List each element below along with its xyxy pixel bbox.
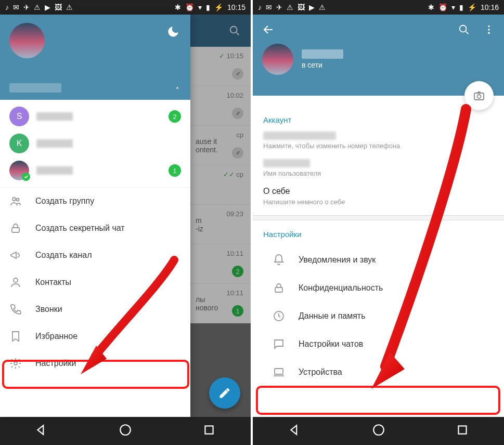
compose-fab[interactable]: [209, 377, 240, 409]
home-button[interactable]: [119, 423, 132, 439]
account-row[interactable]: S 2: [0, 103, 190, 130]
drawer-menu: Создать группу Создать секретный чат Соз…: [0, 188, 190, 417]
svg-point-8: [460, 25, 467, 32]
user-avatar[interactable]: [9, 23, 45, 58]
more-icon[interactable]: [483, 24, 495, 37]
svg-point-2: [17, 199, 19, 201]
change-photo-fab[interactable]: [464, 81, 494, 110]
svg-rect-18: [458, 426, 466, 434]
account-avatar: S: [9, 107, 29, 126]
menu-settings[interactable]: Настройки: [0, 350, 190, 377]
chat-icon: [273, 338, 285, 350]
menu-secret-chat[interactable]: Создать секретный чат: [0, 215, 190, 242]
svg-point-10: [488, 29, 490, 31]
account-name-blurred: [36, 166, 73, 175]
drawer-overlay[interactable]: [190, 15, 251, 417]
back-icon[interactable]: [262, 23, 275, 38]
search-icon[interactable]: [458, 24, 470, 37]
settings-label: Настройки чатов: [299, 339, 363, 349]
menu-label: Звонки: [35, 305, 62, 314]
account-switcher: S 2 K 1: [0, 100, 190, 188]
menu-label: Создать секретный чат: [35, 224, 125, 233]
svg-point-13: [477, 95, 481, 98]
settings-devices[interactable]: Устройства: [263, 358, 494, 386]
home-button[interactable]: [372, 423, 385, 439]
android-navbar: [0, 417, 251, 445]
menu-saved[interactable]: Избранное: [0, 323, 190, 350]
settings-label: Уведомления и звук: [299, 255, 376, 265]
back-button[interactable]: [35, 423, 48, 439]
lock-icon: [9, 222, 22, 234]
settings-label: Устройства: [299, 368, 342, 377]
gear-icon: [9, 357, 22, 370]
svg-point-6: [120, 425, 131, 435]
lock-icon: [273, 282, 285, 294]
bio-field[interactable]: О себе Напишите немного о себе: [263, 187, 494, 206]
bookmark-icon: [9, 330, 22, 343]
section-title: Аккаунт: [263, 115, 494, 124]
chevron-up-icon[interactable]: [174, 84, 181, 91]
back-button[interactable]: [288, 423, 302, 439]
svg-point-5: [14, 362, 17, 365]
svg-point-1: [12, 198, 16, 201]
statusbar-right-icons: ✱⏰▾▮⚡ 10:15: [175, 3, 245, 11]
phone-blurred: [263, 132, 336, 140]
android-navbar: [253, 417, 504, 445]
account-row[interactable]: 1: [0, 157, 190, 184]
active-account-check-icon: [22, 173, 30, 181]
data-icon: [273, 310, 285, 322]
svg-rect-3: [12, 228, 19, 232]
megaphone-icon: [9, 249, 22, 261]
username-blurred: [9, 83, 61, 93]
account-avatar: K: [9, 134, 29, 153]
menu-create-channel[interactable]: Создать канал: [0, 242, 190, 269]
drawer-header: [0, 15, 190, 100]
account-name-blurred: [36, 139, 73, 148]
recent-button[interactable]: [202, 423, 216, 439]
settings-label: Данные и память: [299, 311, 366, 321]
phone-field[interactable]: Нажмите, чтобы изменить номер телефона: [263, 132, 494, 150]
settings-notifications[interactable]: Уведомления и звук: [263, 246, 494, 274]
phone-hint: Нажмите, чтобы изменить номер телефона: [263, 142, 494, 150]
recent-button[interactable]: [456, 423, 469, 439]
contact-icon: [9, 276, 22, 289]
menu-label: Создать группу: [35, 197, 94, 206]
menu-calls[interactable]: Звонки: [0, 296, 190, 323]
bio-label: О себе: [263, 187, 494, 196]
statusbar-right-icons: ✱⏰▾▮⚡ 10:16: [428, 3, 499, 11]
settings-header: в сети: [253, 15, 504, 96]
statusbar-left-icons: ♪✉✈⚠🖼▶⚠: [258, 3, 326, 11]
section-divider: [253, 215, 504, 220]
profile-status: в сети: [302, 61, 343, 69]
menu-label: Избранное: [35, 332, 77, 341]
svg-rect-14: [275, 287, 282, 292]
settings-data[interactable]: Данные и память: [263, 302, 494, 330]
menu-label: Создать канал: [35, 251, 92, 260]
night-mode-icon[interactable]: [166, 25, 180, 41]
account-section: Аккаунт Нажмите, чтобы изменить номер те…: [253, 106, 504, 215]
menu-create-group[interactable]: Создать группу: [0, 188, 190, 215]
settings-chats[interactable]: Настройки чатов: [263, 330, 494, 358]
account-row[interactable]: K: [0, 130, 190, 157]
username-field[interactable]: Имя пользователя: [263, 159, 494, 177]
settings-section: Настройки Уведомления и звук Конфиденциа…: [253, 220, 504, 392]
bio-hint: Напишите немного о себе: [263, 198, 494, 206]
bell-icon: [273, 254, 285, 266]
statusbar: ♪✉✈⚠▶🖼⚠ ✱⏰▾▮⚡ 10:15: [0, 0, 251, 15]
profile-avatar[interactable]: [262, 44, 293, 75]
screenshot-left: ♪✉✈⚠▶🖼⚠ ✱⏰▾▮⚡ 10:15 ✓ 10:15 10:02 ср aus…: [0, 0, 251, 445]
svg-point-11: [488, 32, 490, 34]
svg-rect-16: [275, 369, 283, 374]
statusbar-left-icons: ♪✉✈⚠▶🖼⚠: [5, 3, 73, 11]
screenshot-right: ♪✉✈⚠🖼▶⚠ ✱⏰▾▮⚡ 10:16 в сети: [253, 0, 504, 445]
section-title: Настройки: [263, 230, 494, 239]
settings-privacy[interactable]: Конфиденциальность: [263, 274, 494, 302]
phone-icon: [9, 303, 22, 316]
account-badge: 2: [169, 110, 181, 123]
group-icon: [9, 195, 22, 207]
settings-label: Конфиденциальность: [299, 283, 383, 293]
menu-contacts[interactable]: Контакты: [0, 269, 190, 296]
menu-label: Настройки: [35, 359, 76, 368]
statusbar-time: 10:15: [227, 3, 245, 11]
account-name-blurred: [36, 112, 73, 121]
